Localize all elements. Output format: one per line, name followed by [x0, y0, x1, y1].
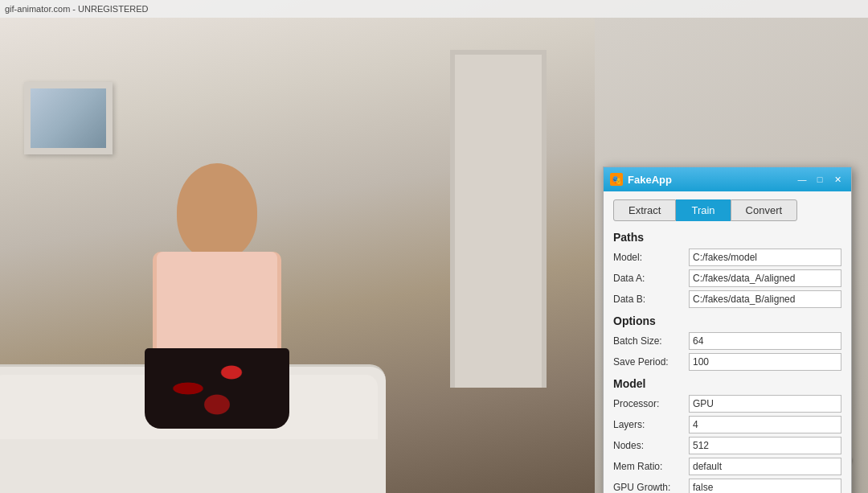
person-body — [153, 252, 281, 413]
data-b-label: Data B: — [613, 294, 686, 305]
person — [129, 163, 257, 413]
mem-ratio-input[interactable] — [689, 458, 841, 475]
save-period-row: Save Period: — [613, 353, 841, 371]
close-button[interactable]: ✕ — [830, 172, 845, 187]
model-label: Model: — [613, 252, 686, 263]
background-scene — [0, 18, 595, 493]
wall-painting — [24, 82, 113, 154]
tab-convert[interactable]: Convert — [731, 199, 798, 221]
layers-input[interactable] — [689, 416, 841, 433]
data-a-row: Data A: — [613, 269, 841, 287]
minimize-button[interactable]: — — [795, 172, 809, 187]
processor-label: Processor: — [613, 398, 686, 409]
fakeapp-icon-text: 🎭 — [612, 175, 621, 184]
fakeapp-icon: 🎭 — [610, 173, 623, 186]
model-input[interactable] — [689, 249, 841, 266]
window-content: Extract Train Convert Paths Model: Data … — [604, 191, 851, 493]
save-period-input[interactable] — [689, 353, 841, 371]
window-title: FakeApp — [628, 174, 672, 186]
model-section-title: Model — [613, 377, 841, 390]
title-bar-text: gif-animator.com - UNREGISTERED — [5, 4, 148, 14]
person-skirt — [145, 348, 289, 429]
window-title-left: 🎭 FakeApp — [610, 173, 672, 186]
batch-size-label: Batch Size: — [613, 335, 686, 347]
door-frame — [450, 50, 547, 388]
model-row: Model: — [613, 249, 841, 266]
batch-size-row: Batch Size: — [613, 332, 841, 350]
person-head — [177, 163, 257, 260]
options-section-title: Options — [613, 314, 841, 327]
fakeapp-window: 🎭 FakeApp — □ ✕ Extract Train Convert Pa… — [603, 166, 852, 493]
tab-bar: Extract Train Convert — [613, 199, 841, 221]
window-controls: — □ ✕ — [795, 172, 845, 187]
data-a-input[interactable] — [689, 269, 841, 287]
window-titlebar: 🎭 FakeApp — □ ✕ — [604, 167, 851, 191]
layers-row: Layers: — [613, 416, 841, 433]
batch-size-input[interactable] — [689, 332, 841, 350]
data-a-label: Data A: — [613, 273, 686, 284]
save-period-label: Save Period: — [613, 356, 686, 368]
tab-train[interactable]: Train — [676, 199, 730, 221]
processor-input[interactable] — [689, 395, 841, 413]
mem-ratio-label: Mem Ratio: — [613, 461, 686, 472]
nodes-row: Nodes: — [613, 437, 841, 454]
data-b-row: Data B: — [613, 290, 841, 308]
mem-ratio-row: Mem Ratio: — [613, 458, 841, 475]
layers-label: Layers: — [613, 419, 686, 430]
nodes-input[interactable] — [689, 437, 841, 454]
processor-row: Processor: — [613, 395, 841, 413]
gpu-growth-input[interactable] — [689, 479, 841, 493]
data-b-input[interactable] — [689, 290, 841, 308]
paths-section-title: Paths — [613, 231, 841, 244]
gpu-growth-label: GPU Growth: — [613, 482, 686, 493]
tab-extract[interactable]: Extract — [613, 199, 676, 221]
gpu-growth-row: GPU Growth: — [613, 479, 841, 493]
maximize-button[interactable]: □ — [813, 172, 827, 187]
nodes-label: Nodes: — [613, 440, 686, 451]
title-bar: gif-animator.com - UNREGISTERED — [0, 0, 868, 18]
